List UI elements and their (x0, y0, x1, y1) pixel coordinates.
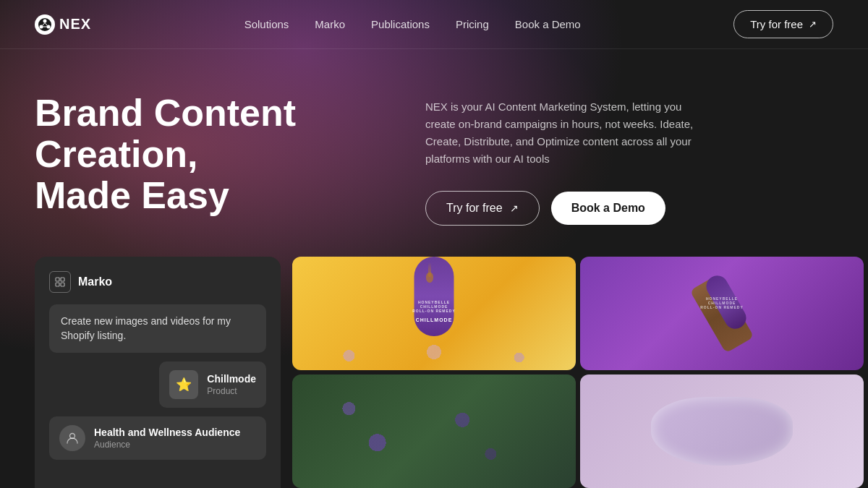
marko-card: Marko Create new images and videos for m… (35, 257, 281, 488)
product-type: Product (207, 386, 256, 396)
hero-left: Brand Content Creation, Made Easy (35, 93, 382, 217)
audience-info: Health and Wellness Audience Audience (94, 427, 240, 450)
product-info: Chillmode Product (207, 373, 256, 396)
product-icon: ⭐ (169, 370, 198, 399)
audience-icon (59, 425, 85, 451)
brand-name: NEX (59, 16, 91, 33)
nav-pricing[interactable]: Pricing (456, 18, 489, 30)
product-label-purple: HONEYBELLECHILLMODEROLL-ON REMEDY (700, 296, 744, 309)
product-image-yellow: HONEYBELLECHILLMODEROLL-ON REMEDY (292, 257, 576, 370)
nav-publications[interactable]: Publications (371, 18, 430, 30)
nav-marko[interactable]: Marko (315, 18, 345, 30)
svg-point-1 (43, 19, 47, 22)
hero-try-arrow: ↗ (510, 202, 519, 214)
nav-book-demo[interactable]: Book a Demo (515, 18, 581, 30)
svg-point-2 (40, 25, 43, 28)
marko-logo-box (49, 271, 71, 293)
brand-logo[interactable]: NEX (35, 14, 91, 35)
svg-rect-9 (56, 283, 59, 286)
hero-right: NEX is your AI Content Marketing System,… (382, 93, 833, 226)
nav-cta-label: Try for free (750, 18, 803, 30)
hero-demo-label: Book a Demo (571, 202, 645, 214)
hero-book-demo-button[interactable]: Book a Demo (551, 192, 665, 225)
product-name: Chillmode (207, 373, 256, 385)
audience-type: Audience (94, 440, 240, 450)
marko-audience-item[interactable]: Health and Wellness Audience Audience (49, 416, 266, 460)
product-image-glass (580, 374, 864, 488)
oil-drop (428, 262, 431, 277)
hero-try-free-button[interactable]: Try for free ↗ (425, 191, 540, 226)
product-label-yellow: HONEYBELLECHILLMODEROLL-ON REMEDY (412, 300, 456, 313)
logo-icon (35, 14, 55, 35)
flower-decoration (292, 327, 576, 363)
product-images-grid: HONEYBELLECHILLMODEROLL-ON REMEDY HONEYB… (281, 257, 868, 488)
hero-description: NEX is your AI Content Marketing System,… (425, 98, 700, 168)
hero-title-line1: Brand Content Creation, (35, 92, 296, 175)
hero-title-line2: Made Easy (35, 174, 229, 216)
product-image-purple: HONEYBELLECHILLMODEROLL-ON REMEDY (580, 257, 864, 370)
hero-buttons: Try for free ↗ Book a Demo (425, 191, 833, 226)
product-star-icon: ⭐ (176, 377, 192, 393)
nav-cta-arrow: ↗ (809, 19, 817, 30)
svg-rect-7 (56, 278, 59, 281)
navigation: NEX Solutions Marko Publications Pricing… (0, 0, 868, 49)
marko-message: Create new images and videos for my Shop… (49, 304, 266, 353)
marko-card-header: Marko (49, 271, 266, 293)
svg-rect-8 (61, 278, 64, 281)
hero-title: Brand Content Creation, Made Easy (35, 93, 382, 217)
hero-section: Brand Content Creation, Made Easy NEX is… (0, 49, 868, 226)
marko-card-title: Marko (78, 275, 112, 288)
nav-try-free-button[interactable]: Try for free ↗ (733, 10, 833, 38)
marko-product-item[interactable]: ⭐ Chillmode Product (159, 361, 266, 408)
hero-try-label: Try for free (446, 202, 503, 215)
svg-rect-10 (61, 283, 64, 286)
svg-point-3 (47, 25, 51, 28)
product-image-flowers (292, 374, 576, 488)
nav-solutions[interactable]: Solutions (244, 18, 289, 30)
bottom-section: Marko Create new images and videos for m… (0, 257, 868, 488)
audience-name: Health and Wellness Audience (94, 427, 240, 438)
nav-links: Solutions Marko Publications Pricing Boo… (244, 18, 581, 31)
